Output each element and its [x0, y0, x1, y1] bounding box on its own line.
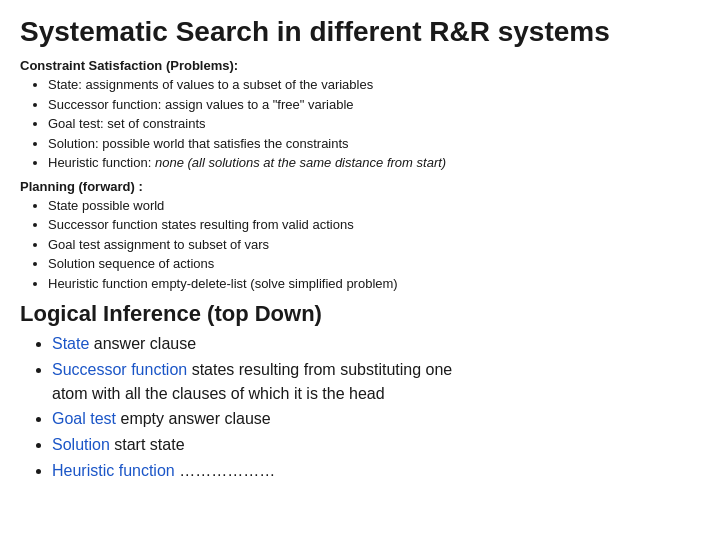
- item-label: Heuristic function: [52, 462, 175, 479]
- list-item: State: assignments of values to a subset…: [48, 75, 700, 95]
- list-item: Goal test assignment to subset of vars: [48, 235, 700, 255]
- csp-list: State: assignments of values to a subset…: [20, 75, 700, 173]
- csp-section: Constraint Satisfaction (Problems): Stat…: [20, 58, 700, 173]
- list-item: Heuristic function: none (all solutions …: [48, 153, 700, 173]
- item-label: Goal test:: [48, 116, 104, 131]
- planning-section: Planning (forward) : State possible worl…: [20, 179, 700, 294]
- item-label: Solution: [52, 436, 110, 453]
- list-item: Solution: possible world that satisfies …: [48, 134, 700, 154]
- item-label: Heuristic function:: [48, 155, 151, 170]
- list-item: State possible world: [48, 196, 700, 216]
- item-label: State: [48, 198, 78, 213]
- logical-header: Logical Inference (top Down): [20, 301, 700, 327]
- item-label: Successor function: [48, 217, 158, 232]
- list-item: Goal test empty answer clause: [52, 406, 700, 432]
- item-label: State:: [48, 77, 82, 92]
- item-label: Solution: [48, 256, 95, 271]
- item-label: Successor function:: [48, 97, 161, 112]
- list-item: Solution start state: [52, 432, 700, 458]
- list-item: Successor function: assign values to a "…: [48, 95, 700, 115]
- item-label: State: [52, 335, 89, 352]
- item-text: none (all solutions at the same distance…: [155, 155, 446, 170]
- item-label: Goal test: [48, 237, 100, 252]
- logical-list: State answer clause Successor function s…: [20, 331, 700, 485]
- item-label: Successor function: [52, 361, 187, 378]
- planning-list: State possible world Successor function …: [20, 196, 700, 294]
- list-item: Goal test: set of constraints: [48, 114, 700, 134]
- list-item: Heuristic function empty-delete-list (so…: [48, 274, 700, 294]
- csp-header: Constraint Satisfaction (Problems):: [20, 58, 700, 73]
- page-title: Systematic Search in different R&R syste…: [20, 16, 700, 48]
- list-item: Solution sequence of actions: [48, 254, 700, 274]
- planning-header: Planning (forward) :: [20, 179, 700, 194]
- item-label: Goal test: [52, 410, 116, 427]
- logical-section: Logical Inference (top Down) State answe…: [20, 301, 700, 485]
- list-item: Successor function states resulting from…: [48, 215, 700, 235]
- item-label: Solution:: [48, 136, 99, 151]
- list-item: Heuristic function ………………: [52, 458, 700, 484]
- item-label: Heuristic function: [48, 276, 148, 291]
- list-item: State answer clause: [52, 331, 700, 357]
- list-item: Successor function states resulting from…: [52, 358, 700, 406]
